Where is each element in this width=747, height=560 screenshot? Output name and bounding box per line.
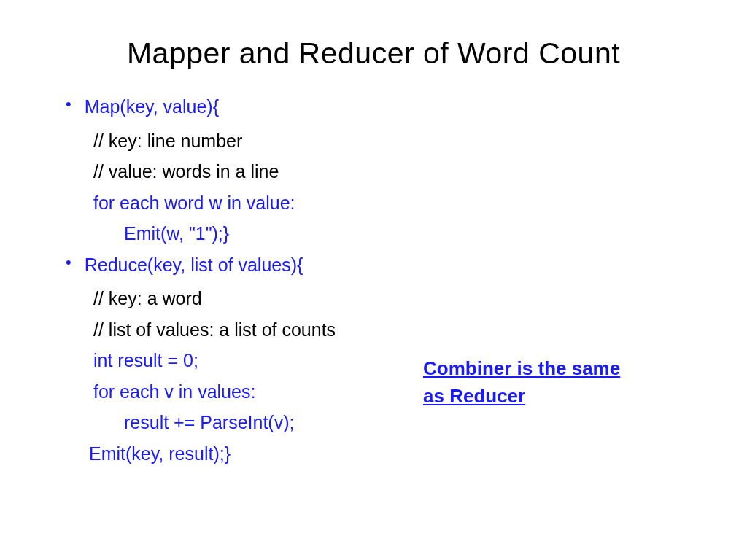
reduce-comment-key: // key: a word bbox=[58, 283, 689, 314]
bullet-icon: • bbox=[66, 249, 71, 275]
map-comment-value: // value: words in a line bbox=[58, 156, 689, 187]
combiner-note: Combiner is the same as Reducer bbox=[423, 355, 620, 410]
slide-title: Mapper and Reducer of Word Count bbox=[58, 36, 689, 71]
reduce-comment-values: // list of values: a list of counts bbox=[58, 314, 689, 346]
map-comment-key: // key: line number bbox=[58, 125, 689, 157]
note-line-1: Combiner is the same bbox=[423, 355, 620, 383]
slide: Mapper and Reducer of Word Count • Map(k… bbox=[0, 0, 747, 560]
note-line-2: as Reducer bbox=[423, 383, 620, 411]
map-loop: for each word w in value: bbox=[58, 187, 689, 219]
reduce-bullet-row: • Reduce(key, list of values){ bbox=[58, 249, 689, 281]
slide-content: • Map(key, value){ // key: line number /… bbox=[58, 91, 689, 469]
reduce-header: Reduce(key, list of values){ bbox=[85, 249, 303, 281]
map-header: Map(key, value){ bbox=[85, 91, 219, 122]
map-emit: Emit(w, "1");} bbox=[58, 218, 689, 249]
bullet-icon: • bbox=[66, 91, 71, 117]
reduce-body: result += ParseInt(v); bbox=[58, 407, 689, 438]
map-bullet-row: • Map(key, value){ bbox=[58, 91, 689, 122]
reduce-emit: Emit(key, result);} bbox=[58, 438, 689, 470]
